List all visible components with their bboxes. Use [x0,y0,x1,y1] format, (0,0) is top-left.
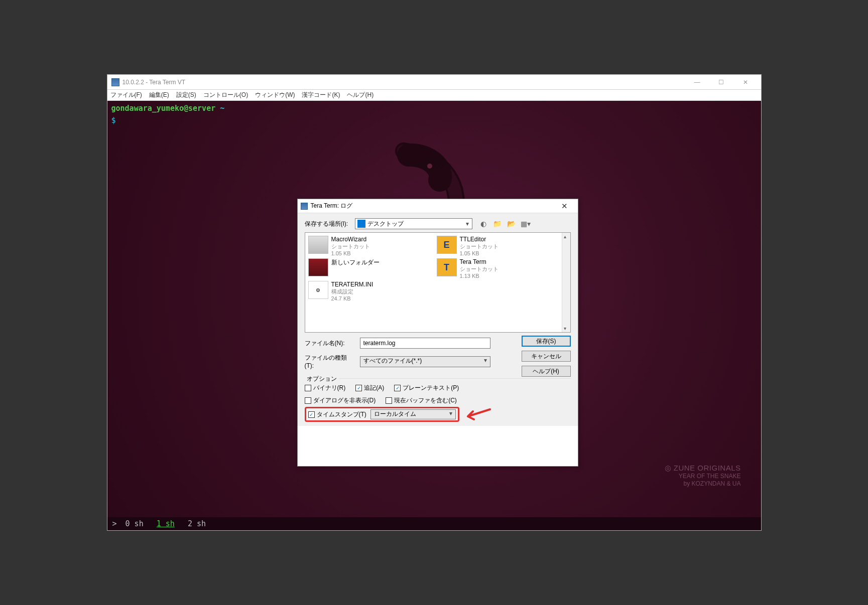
filetype-label: ファイルの種類(T): [305,354,355,369]
dialog-titlebar: Tera Term: ログ ✕ [298,199,578,213]
file-item[interactable]: ⚙ TERATERM.INI構成設定24.7 KB [308,281,429,301]
close-button[interactable]: ✕ [734,75,757,89]
option-timestamp[interactable]: ✓タイムスタンプ(T) [308,410,366,419]
app-icon [111,78,119,86]
menubar: ファイル(F) 編集(E) 設定(S) コントロール(O) ウィンドウ(W) 漢… [107,90,761,101]
file-item[interactable]: T Tera Termショートカット1.13 KB [437,258,557,279]
options-group: オプション バイナリ(R) ✓追記(A) ✓プレーンテキスト(P) ダイアログを… [305,378,571,422]
prompt-symbol: $ [107,116,761,125]
nav-newfolder-icon[interactable]: 📂 [507,219,517,229]
menu-edit[interactable]: 編集(E) [149,91,169,99]
nav-up-icon[interactable]: 📁 [492,219,503,229]
file-list[interactable]: MacroWizardショートカット1.05 KB E TTLEditorショー… [305,232,571,333]
titlebar: 10.0.2.2 - Tera Term VT — ☐ ✕ [107,75,761,90]
filename-input[interactable] [360,338,490,349]
menu-setup[interactable]: 設定(S) [176,91,196,99]
filename-label: ファイル名(N): [305,339,355,348]
menu-kanji[interactable]: 漢字コード(K) [302,91,340,99]
app-window: 10.0.2.2 - Tera Term VT — ☐ ✕ ファイル(F) 編集… [107,75,761,530]
nav-view-icon[interactable]: ▦▾ [521,219,531,229]
ini-file-icon: ⚙ [308,281,328,299]
shortcut-icon: E [437,236,457,254]
checkbox-icon: ✓ [308,411,315,418]
terminal-prompt-line: gondawara_yumeko@server ~ [107,101,761,116]
option-append[interactable]: ✓追記(A) [355,384,384,392]
nav-back-icon[interactable]: ◐ [478,219,488,229]
folder-icon [308,258,328,276]
dialog-close-button[interactable]: ✕ [555,202,575,211]
annotation-arrow-icon [461,406,491,422]
window-title: 10.0.2.2 - Tera Term VT [122,79,186,86]
save-button[interactable]: 保存(S) [522,336,571,347]
file-item[interactable]: MacroWizardショートカット1.05 KB [308,236,429,256]
wallpaper-watermark: ◎ ZUNE ORIGINALS YEAR OF THE SNAKE by KO… [665,464,741,487]
file-item[interactable]: E TTLEditorショートカット1.05 KB [437,236,557,256]
status-shell-1-active[interactable]: 1 sh [157,519,175,528]
shortcut-icon [308,236,328,254]
desktop-icon [357,220,365,228]
menu-help[interactable]: ヘルプ(H) [347,91,374,99]
checkbox-icon [386,397,392,404]
maximize-button[interactable]: ☐ [710,75,733,89]
save-location-label: 保存する場所(I): [305,220,355,228]
dialog-title: Tera Term: ログ [311,202,353,210]
option-hide-dialog[interactable]: ダイアログを非表示(D) [305,396,376,405]
prompt-host: server [188,104,215,113]
status-shell-2[interactable]: 2 sh [188,519,206,528]
menu-window[interactable]: ウィンドウ(W) [255,91,295,99]
timestamp-format-select[interactable]: ローカルタイム [370,409,456,419]
option-include-buffer[interactable]: 現在バッファを含む(C) [386,396,457,405]
help-button[interactable]: ヘルプ(H) [522,366,571,377]
prompt-user: gondawara_yumeko [111,104,184,113]
file-list-scrollbar[interactable] [562,233,570,332]
checkbox-icon: ✓ [355,385,362,391]
cancel-button[interactable]: キャンセル [522,351,571,362]
status-shell-0[interactable]: 0 sh [126,519,144,528]
file-item[interactable]: 新しいフォルダー [308,258,429,279]
option-plaintext[interactable]: ✓プレーンテキスト(P) [394,384,459,392]
checkbox-icon [305,385,311,391]
menu-file[interactable]: ファイル(F) [110,91,142,99]
checkbox-icon [305,397,311,404]
timestamp-highlight-annotation: ✓タイムスタンプ(T) ローカルタイム [305,407,459,422]
filetype-select[interactable]: すべてのファイル(*.*) [360,356,490,367]
log-save-dialog: Tera Term: ログ ✕ 保存する場所(I): デスクトップ ◐ 📁 📂 … [297,199,578,467]
save-location-select[interactable]: デスクトップ [355,218,472,229]
shortcut-icon: T [437,258,457,276]
status-bar: > 0 sh 1 sh 2 sh [107,517,761,530]
svg-point-0 [427,164,432,169]
minimize-button[interactable]: — [686,75,709,89]
option-binary[interactable]: バイナリ(R) [305,384,346,392]
dialog-app-icon [301,203,308,210]
menu-control[interactable]: コントロール(O) [203,91,248,99]
options-label: オプション [305,375,339,383]
checkbox-icon: ✓ [394,385,401,391]
